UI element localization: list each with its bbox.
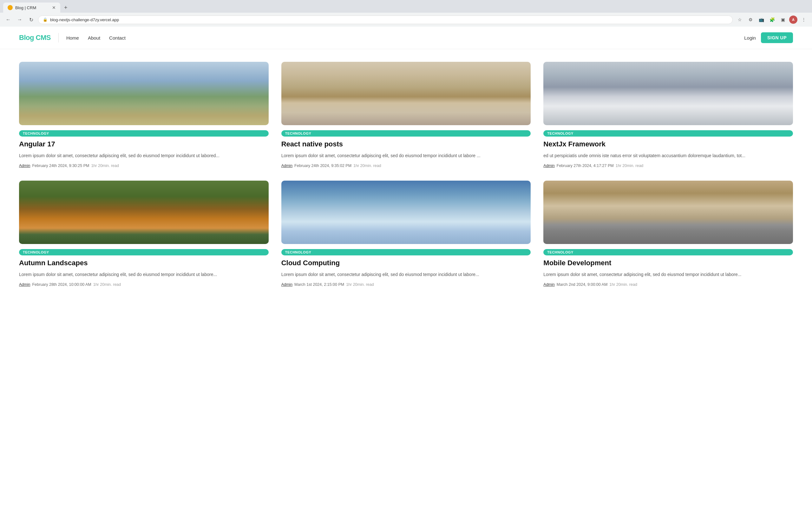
card-title: React native posts: [281, 140, 531, 149]
card-tag: TECHNOLOGY: [19, 249, 269, 256]
card-title: Mobile Development: [543, 259, 793, 268]
cast-icon[interactable]: 📺: [757, 15, 766, 24]
menu-icon[interactable]: ⋮: [799, 15, 808, 24]
bookmark-icon[interactable]: ☆: [735, 15, 744, 24]
card-excerpt: Lorem ipsum dolor sit amet, consectetur …: [19, 152, 269, 159]
blog-card[interactable]: TECHNOLOGY Cloud Computing Lorem ipsum d…: [281, 181, 531, 287]
blog-grid-section: TECHNOLOGY Angular 17 Lorem ipsum dolor …: [0, 49, 812, 306]
card-image: [543, 181, 793, 244]
meta-author[interactable]: Admin: [281, 282, 293, 287]
card-tag: TECHNOLOGY: [543, 249, 793, 256]
login-button[interactable]: Login: [744, 35, 756, 41]
blog-card[interactable]: TECHNOLOGY Angular 17 Lorem ipsum dolor …: [19, 62, 269, 168]
browser-toolbar: ← → ↻ 🔒 blog-nextjs-challenge-d7zy.verce…: [0, 13, 812, 26]
meta-read-time: 1hr 20min. read: [609, 282, 637, 287]
signup-button[interactable]: SIGN UP: [761, 32, 793, 43]
meta-read-time: 1hr 20min. read: [353, 164, 381, 168]
card-title: Autumn Landscapes: [19, 259, 269, 268]
meta-date: February 27th 2024, 4:17:27 PM: [557, 164, 614, 168]
browser-chrome: Blog | CRM ✕ + ← → ↻ 🔒 blog-nextjs-chall…: [0, 0, 812, 26]
meta-date: February 28th 2024, 10:00:00 AM: [32, 282, 91, 287]
meta-read-time: 1hr 20min. read: [346, 282, 374, 287]
page-content: Blog CMS Home About Contact Login SIGN U…: [0, 26, 812, 312]
puzzle-icon[interactable]: 🧩: [768, 15, 776, 24]
meta-author[interactable]: Admin: [19, 164, 30, 168]
card-title: Angular 17: [19, 140, 269, 149]
tab-close-button[interactable]: ✕: [52, 5, 56, 10]
nav-contact[interactable]: Contact: [109, 35, 125, 41]
card-tag: TECHNOLOGY: [281, 130, 531, 136]
back-button[interactable]: ←: [4, 15, 13, 24]
logo-accent: CMS: [36, 34, 51, 42]
blog-card[interactable]: TECHNOLOGY Mobile Development Lorem ipsu…: [543, 181, 793, 287]
toolbar-actions: ☆ ⚙ 📺 🧩 ▣ A ⋮: [735, 15, 808, 24]
tab-bar: Blog | CRM ✕ +: [0, 0, 812, 13]
card-meta: Admin March 1st 2024, 2:15:00 PM 1hr 20m…: [281, 282, 531, 287]
meta-date: March 1st 2024, 2:15:00 PM: [294, 282, 344, 287]
profile-icon[interactable]: A: [789, 15, 798, 24]
card-image: [281, 62, 531, 125]
blog-grid: TECHNOLOGY Angular 17 Lorem ipsum dolor …: [19, 62, 793, 287]
tab-title: Blog | CRM: [15, 5, 36, 10]
meta-date: February 24th 2024, 9:35:02 PM: [294, 164, 351, 168]
meta-date: March 2nd 2024, 9:00:00 AM: [557, 282, 608, 287]
sidebar-icon[interactable]: ▣: [778, 15, 787, 24]
new-tab-button[interactable]: +: [61, 3, 70, 12]
nav-about[interactable]: About: [88, 35, 100, 41]
meta-author[interactable]: Admin: [19, 282, 30, 287]
card-tag: TECHNOLOGY: [543, 130, 793, 136]
meta-read-time: 1hr 20min. read: [91, 164, 119, 168]
card-image-placeholder: [19, 62, 269, 125]
extension-icon[interactable]: ⚙: [746, 15, 755, 24]
card-meta: Admin February 27th 2024, 4:17:27 PM 1hr…: [543, 164, 793, 168]
header-right: Login SIGN UP: [744, 32, 793, 43]
card-image-placeholder: [543, 62, 793, 125]
security-icon: 🔒: [43, 17, 48, 22]
card-meta: Admin March 2nd 2024, 9:00:00 AM 1hr 20m…: [543, 282, 793, 287]
card-excerpt: Lorem ipsum dolor sit amet, consectetur …: [281, 152, 531, 159]
site-logo[interactable]: Blog CMS: [19, 34, 51, 42]
card-title: NextJx Framework: [543, 140, 793, 149]
nav-home[interactable]: Home: [66, 35, 79, 41]
main-nav: Home About Contact: [66, 35, 125, 41]
blog-card[interactable]: TECHNOLOGY Autumn Landscapes Lorem ipsum…: [19, 181, 269, 287]
card-image: [543, 62, 793, 125]
meta-read-time: 1hr 20min. read: [93, 282, 121, 287]
url-text: blog-nextjs-challenge-d7zy.vercel.app: [50, 17, 728, 22]
address-bar[interactable]: 🔒 blog-nextjs-challenge-d7zy.vercel.app: [38, 15, 733, 24]
meta-date: February 24th 2024, 9:30:25 PM: [32, 164, 89, 168]
nav-divider: [58, 33, 59, 43]
active-tab[interactable]: Blog | CRM ✕: [3, 3, 60, 13]
site-header: Blog CMS Home About Contact Login SIGN U…: [0, 26, 812, 49]
card-excerpt: Lorem ipsum dolor sit amet, consectetur …: [19, 271, 269, 278]
logo-text: Blog: [19, 34, 36, 42]
card-tag: TECHNOLOGY: [19, 130, 269, 136]
card-excerpt: Lorem ipsum dolor sit amet, consectetur …: [543, 271, 793, 278]
card-image-placeholder: [281, 181, 531, 244]
card-excerpt: ed ut perspiciatis unde omnis iste natus…: [543, 152, 793, 159]
forward-button[interactable]: →: [15, 15, 24, 24]
card-meta: Admin February 24th 2024, 9:30:25 PM 1hr…: [19, 164, 269, 168]
meta-author[interactable]: Admin: [543, 164, 554, 168]
reload-button[interactable]: ↻: [27, 15, 36, 24]
blog-card[interactable]: TECHNOLOGY NextJx Framework ed ut perspi…: [543, 62, 793, 168]
tab-favicon: [8, 5, 13, 10]
meta-read-time: 1hr 20min. read: [616, 164, 644, 168]
card-image-placeholder: [19, 181, 269, 244]
card-excerpt: Lorem ipsum dolor sit amet, consectetur …: [281, 271, 531, 278]
card-image: [19, 181, 269, 244]
card-image-placeholder: [543, 181, 793, 244]
card-image: [19, 62, 269, 125]
meta-author[interactable]: Admin: [281, 164, 293, 168]
card-meta: Admin February 28th 2024, 10:00:00 AM 1h…: [19, 282, 269, 287]
meta-author[interactable]: Admin: [543, 282, 554, 287]
card-meta: Admin February 24th 2024, 9:35:02 PM 1hr…: [281, 164, 531, 168]
card-image-placeholder: [281, 62, 531, 125]
card-image: [281, 181, 531, 244]
card-title: Cloud Computing: [281, 259, 531, 268]
blog-card[interactable]: TECHNOLOGY React native posts Lorem ipsu…: [281, 62, 531, 168]
card-tag: TECHNOLOGY: [281, 249, 531, 256]
